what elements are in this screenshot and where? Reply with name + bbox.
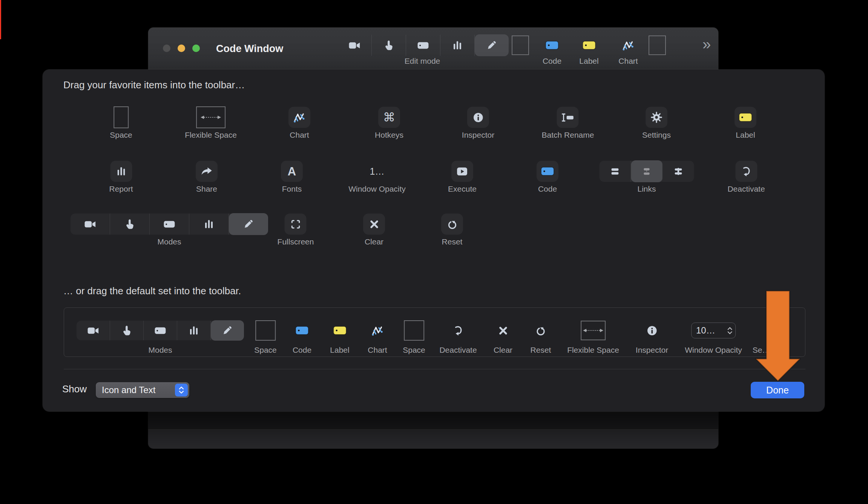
stepper-chevrons-icon <box>727 327 732 334</box>
default-item-deactivate[interactable]: Deactivate <box>439 317 477 355</box>
palette-item-flexible-space[interactable]: Flexible Space <box>185 106 237 140</box>
item-label: Modes <box>71 237 268 246</box>
default-set-heading: … or drag the default set into the toolb… <box>63 285 241 297</box>
segment-pencil-icon[interactable] <box>475 34 509 56</box>
segment-video-camera-icon <box>77 321 110 340</box>
toolbar-item-label[interactable]: Label <box>579 35 598 66</box>
item-label: Settings <box>642 131 671 140</box>
code-swatch-icon <box>537 161 558 182</box>
show-popup[interactable]: Icon and Text <box>96 382 189 398</box>
palette-item-modes[interactable]: Modes <box>71 212 268 246</box>
zoom-button[interactable] <box>192 45 200 52</box>
icon-tile <box>467 107 489 128</box>
default-item-flexible-space[interactable]: Flexible Space <box>567 317 619 355</box>
bar-chart-icon <box>110 161 132 182</box>
segment-bar-chart-icon[interactable] <box>440 35 475 56</box>
palette-item-deactivate[interactable]: Deactivate <box>727 160 765 194</box>
toolbar-item-code[interactable]: Code <box>543 35 561 66</box>
links-segmented-icon <box>600 161 694 182</box>
palette-item-batch-rename[interactable]: Batch Rename <box>542 106 594 140</box>
opacity-value: 1… <box>370 166 385 177</box>
icon-tile <box>735 107 756 128</box>
icon-tile <box>288 107 310 128</box>
item-label: Deactivate <box>727 184 765 194</box>
default-item-clear[interactable]: Clear <box>494 317 512 355</box>
palette-item-code[interactable]: Code <box>537 160 558 194</box>
default-item-reset[interactable]: Reset <box>531 317 551 355</box>
default-item-window-opacity[interactable]: 10…Window Opacity <box>685 317 742 355</box>
x-mark-icon <box>363 214 385 235</box>
default-item-space[interactable]: Space <box>254 317 277 355</box>
toolbar-overflow-button[interactable]: » <box>702 37 711 52</box>
palette-item-links[interactable]: Links <box>600 160 694 194</box>
done-button[interactable]: Done <box>751 382 804 398</box>
space-icon <box>113 106 129 128</box>
palette-item-inspector[interactable]: Inspector <box>462 106 494 140</box>
palette-item-report[interactable]: Report <box>109 160 133 194</box>
icon-slot <box>278 212 314 236</box>
palette-item-fonts[interactable]: AFonts <box>281 160 303 194</box>
space-icon <box>512 35 529 55</box>
fullscreen-icon <box>285 214 307 235</box>
icon-slot <box>109 160 133 183</box>
edit-mode-segmented-control[interactable] <box>337 35 509 56</box>
palette-item-clear[interactable]: Clear <box>363 212 385 246</box>
item-label: Fonts <box>281 184 303 194</box>
popup-chevrons-icon <box>175 384 188 396</box>
annotation-arrow-icon <box>750 288 807 383</box>
segment-screen-pill-icon[interactable] <box>406 35 440 56</box>
palette-item-execute[interactable]: Execute <box>448 160 477 194</box>
icon-slot <box>196 160 218 183</box>
toolbar-item-label: Code <box>543 57 561 66</box>
item-label: Deactivate <box>439 346 477 355</box>
icon-tile <box>285 214 307 235</box>
palette-item-settings[interactable]: Settings <box>642 106 671 140</box>
item-label: Label <box>330 346 349 355</box>
palette-item-space[interactable]: Space <box>110 106 132 140</box>
minimize-button[interactable] <box>178 45 185 52</box>
palette-item-window-opacity[interactable]: 1…Window Opacity <box>348 160 406 194</box>
palette-item-hotkeys[interactable]: ⌘Hotkeys <box>375 106 403 140</box>
palette-item-fullscreen[interactable]: Fullscreen <box>278 212 314 246</box>
palette-item-label[interactable]: Label <box>735 106 756 140</box>
item-label: Space <box>403 346 425 355</box>
default-item-modes[interactable]: Modes <box>77 317 244 355</box>
palette-item-share[interactable]: Share <box>196 160 218 194</box>
opacity-stepper[interactable]: 10… <box>691 323 736 338</box>
icon-slot <box>537 160 558 183</box>
icon-slot: 1… <box>348 160 406 183</box>
toolbar-item-space[interactable] <box>512 35 529 57</box>
default-item-label[interactable]: Label <box>330 317 349 355</box>
label-swatch-icon <box>582 41 596 50</box>
segment-rows-dashed-icon <box>631 160 663 182</box>
rename-icon <box>557 107 579 128</box>
icon-slot <box>330 317 349 344</box>
default-item-chart[interactable]: Chart <box>368 317 387 355</box>
default-item-code[interactable]: Code <box>293 317 311 355</box>
default-item-space[interactable]: Space <box>403 317 425 355</box>
icon-slot <box>254 317 277 344</box>
screen-edge-marker <box>0 0 1 39</box>
default-toolbar-set[interactable]: ModesSpaceCodeLabelChartSpaceDeactivateC… <box>64 307 805 357</box>
icon-tile <box>735 161 757 182</box>
toolbar-item-chart[interactable]: Chart <box>618 35 638 66</box>
close-button[interactable] <box>163 45 170 52</box>
item-label: Chart <box>368 346 387 355</box>
segment-video-camera-icon[interactable] <box>337 35 372 56</box>
edit-mode-label: Edit mode <box>405 57 440 66</box>
segment-pointer-hand-icon[interactable] <box>372 35 406 56</box>
toolbar-item-label: Label <box>579 57 598 66</box>
icon-slot <box>567 317 619 344</box>
palette-item-chart[interactable]: Chart <box>288 106 310 140</box>
icon-tile <box>441 214 463 235</box>
icon-slot <box>649 35 666 56</box>
default-item-inspector[interactable]: Inspector <box>636 317 668 355</box>
space-icon <box>649 35 666 55</box>
reset-icon <box>535 326 546 336</box>
segmented-control <box>77 321 244 340</box>
palette-item-reset[interactable]: Reset <box>441 212 463 246</box>
icon-tile <box>557 107 579 128</box>
toolbar-item-space[interactable] <box>649 35 666 57</box>
item-label: Share <box>196 184 218 194</box>
item-label: Hotkeys <box>375 131 403 140</box>
